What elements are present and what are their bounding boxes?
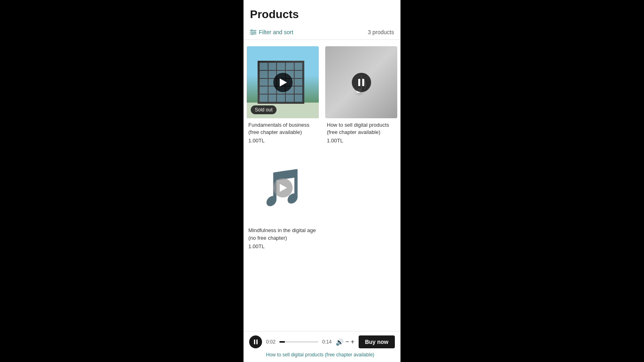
audio-player-label: How to sell digital products (free chapt… <box>249 351 395 358</box>
window <box>295 79 303 86</box>
svg-point-5 <box>252 33 253 35</box>
product-count: 3 products <box>368 29 394 35</box>
product-info-1: Fundamentals of business (free chapter a… <box>247 118 319 145</box>
audio-progress-fill <box>279 341 285 343</box>
main-content: Products Filter and sort 3 products <box>244 0 400 362</box>
audio-time-current: 0:02 <box>266 339 275 345</box>
product-name-1: Fundamentals of business (free chapter a… <box>248 121 317 136</box>
page-wrapper: Products Filter and sort 3 products <box>0 0 644 362</box>
svg-point-3 <box>251 30 253 31</box>
volume-decrease-button[interactable]: − <box>345 338 349 346</box>
audio-pause-bar-right <box>256 339 258 344</box>
play-icon-3 <box>280 184 287 192</box>
play-button-3[interactable] <box>273 178 293 197</box>
audio-time-total: 0:14 <box>322 339 332 345</box>
pause-bar-right <box>362 79 364 86</box>
window <box>260 95 268 102</box>
audio-player-bar: 0:02 0:14 🔊 − + Buy now How to sell digi… <box>244 331 400 362</box>
product-price-1: 1.00TL <box>248 138 317 144</box>
product-thumbnail-1: Sold out <box>247 46 319 118</box>
window <box>295 95 303 102</box>
play-button-1[interactable] <box>273 73 293 92</box>
window <box>260 79 268 86</box>
product-card-2[interactable]: ♪ How to sell digital products (free cha… <box>322 43 400 148</box>
page-title: Products <box>250 8 394 21</box>
window <box>260 71 268 78</box>
window <box>277 95 285 102</box>
product-card-3[interactable]: 🎵 Mindfulness in the digital age (no fre… <box>244 148 322 254</box>
page-header: Products <box>244 0 400 25</box>
audio-volume-area: 🔊 − + <box>336 338 355 346</box>
product-info-2: How to sell digital products (free chapt… <box>325 118 397 145</box>
window <box>260 63 268 70</box>
audio-player-top: 0:02 0:14 🔊 − + Buy now <box>249 335 395 348</box>
audio-pause-bar-left <box>254 339 255 344</box>
buy-now-button[interactable]: Buy now <box>359 335 395 348</box>
window <box>268 95 277 102</box>
audio-track-label[interactable]: How to sell digital products (free chapt… <box>266 352 374 358</box>
window <box>277 63 285 70</box>
audio-progress-bar[interactable] <box>279 341 318 343</box>
window <box>286 95 294 102</box>
filter-sort-button[interactable]: Filter and sort <box>250 29 293 35</box>
pause-button-2[interactable] <box>352 73 371 92</box>
pause-bar-left <box>358 79 360 86</box>
sold-out-badge: Sold out <box>251 105 277 114</box>
window <box>295 86 303 94</box>
product-info-3: Mindfulness in the digital age (no free … <box>247 224 319 251</box>
svg-point-4 <box>254 31 256 33</box>
filter-sort-label: Filter and sort <box>259 29 293 35</box>
audio-pause-button[interactable] <box>249 335 262 348</box>
product-card-1[interactable]: Sold out Fundamentals of business (free … <box>244 43 322 148</box>
window <box>295 71 303 78</box>
volume-icon[interactable]: 🔊 <box>336 338 344 346</box>
volume-increase-button[interactable]: + <box>351 338 354 346</box>
window <box>268 63 277 70</box>
product-price-3: 1.00TL <box>248 243 317 249</box>
product-thumbnail-3: 🎵 <box>247 152 319 224</box>
product-name-2: How to sell digital products (free chapt… <box>327 121 396 136</box>
products-grid: Sold out Fundamentals of business (free … <box>244 43 400 254</box>
product-thumbnail-2: ♪ <box>325 46 397 118</box>
window <box>295 63 303 70</box>
product-name-3: Mindfulness in the digital age (no free … <box>248 227 317 241</box>
play-icon-1 <box>280 78 287 86</box>
window <box>260 86 268 94</box>
filter-icon <box>250 29 256 35</box>
window <box>286 63 294 70</box>
product-price-2: 1.00TL <box>327 138 396 144</box>
filter-bar: Filter and sort 3 products <box>244 25 400 40</box>
